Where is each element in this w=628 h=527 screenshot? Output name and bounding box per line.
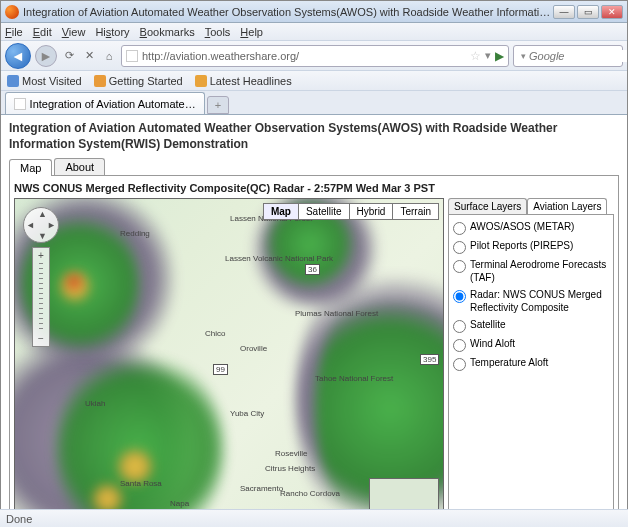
map-label: Santa Rosa (120, 479, 162, 488)
search-box[interactable]: ▾ (513, 45, 623, 67)
search-input[interactable] (529, 50, 628, 62)
site-favicon (126, 50, 138, 62)
app-body: NWS CONUS Merged Reflectivity Composite(… (9, 176, 619, 527)
map-label: Tahoe National Forest (315, 374, 393, 383)
route-shield: 36 (305, 264, 320, 275)
app-tabs: Map About (9, 158, 619, 176)
layer-panel: Surface Layers Aviation Layers AWOS/ASOS… (448, 198, 614, 527)
firefox-icon (5, 5, 19, 19)
pan-control[interactable]: ▲ ▼ ◄ ► (23, 207, 59, 243)
layer-option-satellite[interactable]: Satellite (453, 319, 609, 333)
map-type-terrain[interactable]: Terrain (392, 204, 438, 219)
zoom-slider[interactable]: + − (32, 247, 50, 347)
map-label: Oroville (240, 344, 267, 353)
zoom-in-icon[interactable]: + (38, 250, 44, 261)
route-shield: 395 (420, 354, 439, 365)
navigation-toolbar: ◄ ► ⟳ ✕ ⌂ ☆ ▾ ▶ ▾ (1, 41, 627, 71)
layer-option-awos[interactable]: AWOS/ASOS (METAR) (453, 221, 609, 235)
map-label: Ukiah (85, 399, 105, 408)
rss-icon (195, 75, 207, 87)
tab-map[interactable]: Map (9, 159, 52, 176)
map-type-hybrid[interactable]: Hybrid (349, 204, 393, 219)
page-icon (94, 75, 106, 87)
map-label: Chico (205, 329, 225, 338)
menu-history[interactable]: History (95, 26, 129, 38)
menu-bar: File Edit View History Bookmarks Tools H… (1, 23, 627, 41)
bookmark-most-visited[interactable]: Most Visited (7, 75, 82, 87)
radio-radar[interactable] (453, 290, 466, 303)
zoom-track[interactable] (39, 263, 43, 331)
folder-icon (7, 75, 19, 87)
pan-up-icon[interactable]: ▲ (38, 209, 47, 219)
reload-button[interactable]: ⟳ (61, 48, 77, 64)
pan-down-icon[interactable]: ▼ (38, 231, 47, 241)
map-type-map[interactable]: Map (264, 204, 298, 219)
go-button[interactable]: ▶ (495, 49, 504, 63)
map-label: Citrus Heights (265, 464, 315, 473)
zoom-out-icon[interactable]: − (38, 333, 44, 344)
menu-edit[interactable]: Edit (33, 26, 52, 38)
page-content: Integration of Aviation Automated Weathe… (1, 115, 627, 527)
menu-tools[interactable]: Tools (205, 26, 231, 38)
tab-strip: Integration of Aviation Automated ... + (1, 91, 627, 115)
zoom-pan-control: ▲ ▼ ◄ ► + − (23, 207, 59, 347)
layer-option-temp[interactable]: Temperature Aloft (453, 357, 609, 371)
map-label: Sacramento (240, 484, 283, 493)
map-label: Roseville (275, 449, 307, 458)
minimize-button[interactable]: — (553, 5, 575, 19)
radio-temp[interactable] (453, 358, 466, 371)
layer-option-taf[interactable]: Terminal Aerodrome Forecasts (TAF) (453, 259, 609, 284)
layer-option-radar[interactable]: Radar: NWS CONUS Merged Reflectivity Com… (453, 289, 609, 314)
menu-bookmarks[interactable]: Bookmarks (140, 26, 195, 38)
tab-surface-layers[interactable]: Surface Layers (448, 198, 527, 214)
map-label: Napa (170, 499, 189, 508)
url-bar[interactable]: ☆ ▾ ▶ (121, 45, 509, 67)
route-shield: 99 (213, 364, 228, 375)
map-type-selector: Map Satellite Hybrid Terrain (263, 203, 439, 220)
back-button[interactable]: ◄ (5, 43, 31, 69)
dropdown-icon[interactable]: ▾ (485, 49, 491, 62)
radio-taf[interactable] (453, 260, 466, 273)
bookmark-getting-started[interactable]: Getting Started (94, 75, 183, 87)
map-label: Plumas National Forest (295, 309, 378, 318)
url-input[interactable] (142, 50, 466, 62)
map-label: Yuba City (230, 409, 264, 418)
tab-about[interactable]: About (54, 158, 105, 175)
menu-help[interactable]: Help (240, 26, 263, 38)
window-titlebar: Integration of Aviation Automated Weathe… (1, 1, 627, 23)
map-type-satellite[interactable]: Satellite (298, 204, 349, 219)
browser-tab-active[interactable]: Integration of Aviation Automated ... (5, 92, 205, 114)
new-tab-button[interactable]: + (207, 96, 229, 114)
window-title: Integration of Aviation Automated Weathe… (23, 6, 553, 18)
tab-label: Integration of Aviation Automated ... (30, 98, 196, 110)
radio-pirep[interactable] (453, 241, 466, 254)
close-button[interactable]: ✕ (601, 5, 623, 19)
home-button[interactable]: ⌂ (101, 48, 117, 64)
map-label: Lassen Volcanic National Park (225, 254, 333, 263)
layer-option-wind[interactable]: Wind Aloft (453, 338, 609, 352)
pan-right-icon[interactable]: ► (47, 220, 56, 230)
maximize-button[interactable]: ▭ (577, 5, 599, 19)
status-text: Done (6, 513, 32, 525)
radio-satellite[interactable] (453, 320, 466, 333)
tab-aviation-layers[interactable]: Aviation Layers (527, 198, 607, 214)
menu-view[interactable]: View (62, 26, 86, 38)
aviation-layers-panel: AWOS/ASOS (METAR) Pilot Reports (PIREPS)… (448, 214, 614, 524)
search-dropdown-icon[interactable]: ▾ (521, 51, 526, 61)
map-label: Redding (120, 229, 150, 238)
layer-option-pirep[interactable]: Pilot Reports (PIREPS) (453, 240, 609, 254)
status-bar: Done (0, 509, 628, 527)
radio-wind[interactable] (453, 339, 466, 352)
bookmark-star-icon[interactable]: ☆ (470, 49, 481, 63)
bookmark-latest-headlines[interactable]: Latest Headlines (195, 75, 292, 87)
pan-left-icon[interactable]: ◄ (26, 220, 35, 230)
map-view[interactable]: Redding Lassen National Forest Lassen Vo… (14, 198, 444, 527)
stop-button[interactable]: ✕ (81, 48, 97, 64)
menu-file[interactable]: File (5, 26, 23, 38)
radio-awos[interactable] (453, 222, 466, 235)
map-label: Rancho Cordova (280, 489, 340, 498)
page-title: Integration of Aviation Automated Weathe… (9, 121, 619, 152)
radar-title: NWS CONUS Merged Reflectivity Composite(… (14, 180, 614, 198)
tab-favicon (14, 98, 26, 110)
forward-button[interactable]: ► (35, 45, 57, 67)
